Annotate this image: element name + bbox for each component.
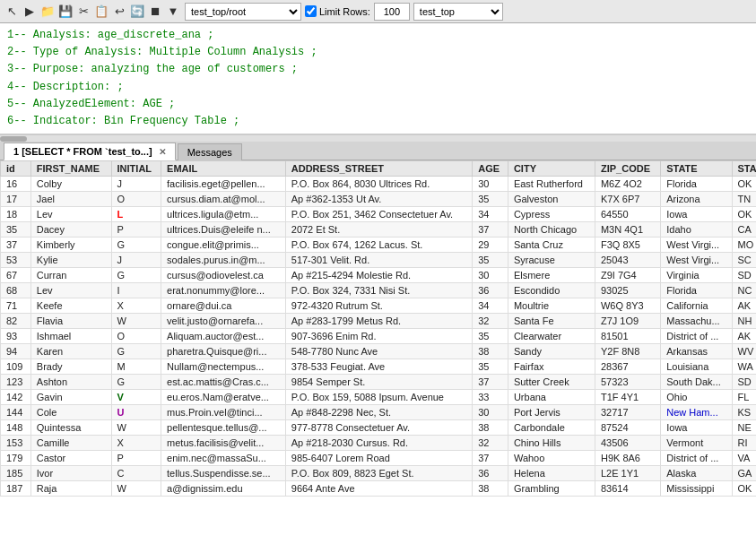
table-cell: Urbana <box>508 390 595 405</box>
table-cell: 37 <box>1 238 31 253</box>
col-header-initial[interactable]: INITIAL <box>111 161 161 177</box>
table-cell: 53 <box>1 253 31 268</box>
table-cell: Grambling <box>508 481 595 497</box>
table-row: 187RajaWa@dignissim.edu9664 Ante Ave38Gr… <box>1 481 757 497</box>
col-header-email[interactable]: EMAIL <box>161 161 286 177</box>
stop-icon[interactable]: ⏹ <box>147 4 163 20</box>
table-cell: G <box>111 238 161 253</box>
table-cell: 87524 <box>595 420 660 436</box>
table-cell: W <box>111 481 161 497</box>
table-cell: ultrices.ligula@etm... <box>161 207 286 222</box>
col-header-state-sho[interactable]: STATE_SHO <box>732 161 756 177</box>
table-cell: Elsmere <box>508 268 595 283</box>
run-icon[interactable]: ▶ <box>22 4 38 20</box>
table-cell: L <box>111 207 161 222</box>
table-cell: East Rutherford <box>508 177 595 192</box>
tab-bar: 1 [SELECT * FROM `test_to...] ✕ Messages <box>0 142 756 160</box>
table-cell: VA <box>732 451 756 466</box>
table-cell: New Ham... <box>661 405 732 420</box>
table-cell: 28367 <box>595 359 660 375</box>
table-row: 153CamilleXmetus.facilisis@velit...Ap #2… <box>1 436 757 451</box>
table-cell: Z9I 7G4 <box>595 268 660 283</box>
table-cell: Nullam@nectempus... <box>161 359 286 375</box>
table-cell: CA <box>732 222 756 238</box>
table-cell: 83614 <box>595 481 660 497</box>
editor-scrollbar[interactable] <box>0 134 756 142</box>
limit-rows-input[interactable] <box>374 3 410 21</box>
table-cell: P <box>111 451 161 466</box>
col-header-city[interactable]: CITY <box>508 161 595 177</box>
table-cell: 35 <box>473 359 508 375</box>
table-row: 148QuintessaWpellentesque.tellus@...977-… <box>1 420 757 436</box>
table-cell: Ap #215-4294 Molestie Rd. <box>285 268 472 283</box>
col-header-address[interactable]: ADDRESS_STREET <box>285 161 472 177</box>
table-cell: pharetra.Quisque@ri... <box>161 344 286 359</box>
table-cell: OK <box>732 177 756 192</box>
table-cell: 94 <box>1 344 31 359</box>
table-cell: U <box>111 405 161 420</box>
table-cell: 972-4320 Rutrum St. <box>285 298 472 314</box>
table-cell: X <box>111 436 161 451</box>
table-cell: Colby <box>30 177 111 192</box>
tab-results[interactable]: 1 [SELECT * FROM `test_to...] ✕ <box>4 143 176 160</box>
save-icon[interactable]: 💾 <box>57 4 74 20</box>
col-header-state[interactable]: STATE <box>661 161 732 177</box>
sql-line-5: 5-- AnalyzedElement: AGE ; <box>7 96 749 113</box>
col-header-first-name[interactable]: FIRST_NAME <box>30 161 111 177</box>
results-table-container[interactable]: id FIRST_NAME INITIAL EMAIL ADDRESS_STRE… <box>0 160 756 553</box>
sql-line-6: 6-- Indicator: Bin Frequency Table ; <box>7 113 749 130</box>
table-cell: 109 <box>1 359 31 375</box>
table-cell: 985-6407 Lorem Road <box>285 451 472 466</box>
table-cell: District of ... <box>661 329 732 344</box>
table-cell: erat.nonummy@lore... <box>161 283 286 298</box>
table-cell: Moultrie <box>508 298 595 314</box>
limit-rows-checkbox[interactable] <box>305 5 317 17</box>
refresh-icon[interactable]: 🔄 <box>129 4 145 20</box>
copy-icon[interactable]: 📋 <box>93 4 109 20</box>
open-icon[interactable]: 📁 <box>39 4 56 20</box>
table-cell: 378-533 Feugiat. Ave <box>285 359 472 375</box>
table-row: 17JaelOcursus.diam.at@mol...Ap #362-1353… <box>1 192 757 207</box>
table-cell: Brady <box>30 359 111 375</box>
table-cell: Flavia <box>30 314 111 329</box>
table-cell: eu.eros.Nam@eratve... <box>161 390 286 405</box>
table-cell: 57323 <box>595 375 660 390</box>
table-cell: mus.Proin.vel@tinci... <box>161 405 286 420</box>
table-cell: Ivor <box>30 466 111 481</box>
table-cell: cursus.diam.at@mol... <box>161 192 286 207</box>
table-cell: Sandy <box>508 344 595 359</box>
table-cell: Alaska <box>661 466 732 481</box>
table-cell: J <box>111 177 161 192</box>
cursor-icon[interactable]: ↖ <box>4 4 20 20</box>
table-cell: M <box>111 359 161 375</box>
table-cell: 142 <box>1 390 31 405</box>
dropdown-arrow-icon[interactable]: ▼ <box>165 4 181 20</box>
tab-messages[interactable]: Messages <box>178 143 242 160</box>
table-cell: T1F 4Y1 <box>595 390 660 405</box>
table-cell: a@dignissim.edu <box>161 481 286 497</box>
table-cell: Santa Fe <box>508 314 595 329</box>
table-cell: 25043 <box>595 253 660 268</box>
tab-close-icon[interactable]: ✕ <box>159 147 166 157</box>
table-cell: Wahoo <box>508 451 595 466</box>
action-icons: ↖ ▶ 📁 💾 ✂ 📋 ↩ 🔄 ⏹ ▼ <box>4 4 181 20</box>
table-cell: F3Q 8X5 <box>595 238 660 253</box>
col-header-id[interactable]: id <box>1 161 31 177</box>
table-cell: Helena <box>508 466 595 481</box>
undo-icon[interactable]: ↩ <box>111 4 127 20</box>
db-select[interactable]: test_top <box>413 3 503 21</box>
col-header-age[interactable]: AGE <box>473 161 508 177</box>
main-toolbar: ↖ ▶ 📁 💾 ✂ 📋 ↩ 🔄 ⏹ ▼ test_top/root Limit … <box>0 0 756 23</box>
table-cell: WV <box>732 344 756 359</box>
table-cell: Ashton <box>30 375 111 390</box>
schema-select[interactable]: test_top/root <box>185 3 301 21</box>
table-cell: Escondido <box>508 283 595 298</box>
table-cell: NH <box>732 314 756 329</box>
table-cell: Vermont <box>661 436 732 451</box>
col-header-zip[interactable]: ZIP_CODE <box>595 161 660 177</box>
table-cell: Kylie <box>30 253 111 268</box>
table-cell: Curran <box>30 268 111 283</box>
cut-icon[interactable]: ✂ <box>75 4 91 20</box>
sql-editor[interactable]: 1-- Analysis: age_discrete_ana ; 2-- Typ… <box>0 23 756 134</box>
table-cell: Iowa <box>661 420 732 436</box>
